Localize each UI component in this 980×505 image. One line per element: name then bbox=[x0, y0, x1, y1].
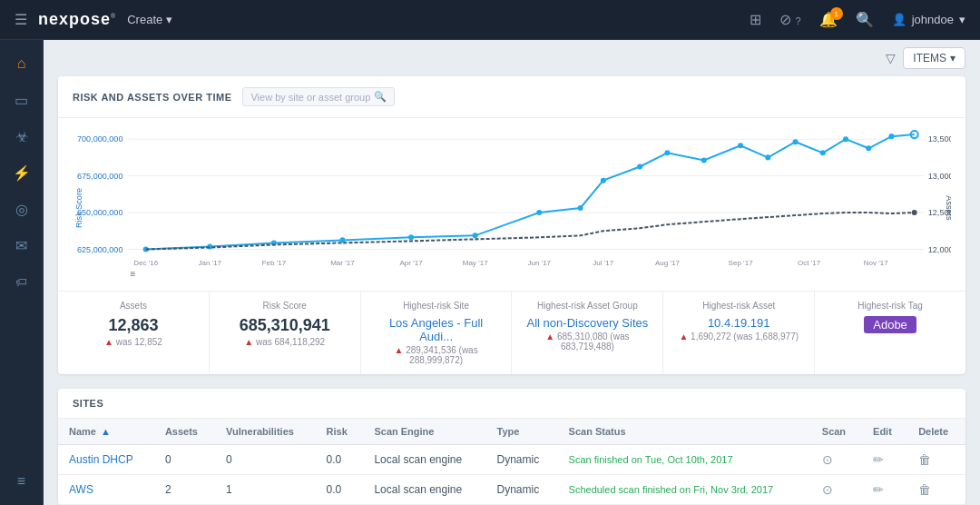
table-row: AWS 2 1 0.0 Local scan engine Dynamic Sc… bbox=[58, 475, 965, 505]
hamburger-icon[interactable]: ☰ bbox=[15, 11, 27, 28]
sites-card: SITES Name ▲ Assets Vulnerabilities Risk… bbox=[58, 389, 965, 505]
scan-icon[interactable]: ⊙ bbox=[822, 482, 833, 497]
stats-row: Assets 12,863 was 12,852 Risk Score 685,… bbox=[58, 291, 965, 374]
edit-icon[interactable]: ✏ bbox=[873, 452, 884, 467]
sidebar-item-reports[interactable]: ⚡ bbox=[4, 156, 40, 189]
chart-search-icon: 🔍 bbox=[374, 91, 387, 103]
site-assets-aws: 2 bbox=[154, 475, 215, 505]
edit-icon[interactable]: ✏ bbox=[873, 482, 884, 497]
svg-text:Aug '17: Aug '17 bbox=[655, 259, 681, 267]
notifications-icon[interactable]: 🔔 1 bbox=[819, 11, 838, 28]
site-edit-austin[interactable]: ✏ bbox=[862, 445, 907, 475]
svg-text:Oct '17: Oct '17 bbox=[798, 259, 821, 267]
chart-search[interactable]: View by site or asset group 🔍 bbox=[242, 87, 395, 106]
site-risk-austin: 0.0 bbox=[316, 445, 364, 475]
risk-stat: Risk Score 685,310,941 was 684,118,292 bbox=[210, 292, 361, 374]
sidebar-item-assets[interactable]: ◎ bbox=[4, 193, 40, 225]
site-delete-aws[interactable]: 🗑 bbox=[907, 475, 965, 505]
table-row: Austin DHCP 0 0 0.0 Local scan engine Dy… bbox=[58, 445, 965, 475]
svg-point-30 bbox=[408, 234, 414, 240]
svg-text:625,000,000: 625,000,000 bbox=[77, 245, 122, 254]
username-label: johndoe bbox=[912, 13, 954, 26]
svg-point-33 bbox=[578, 205, 583, 211]
filter-icon[interactable]: ▽ bbox=[886, 51, 896, 65]
sidebar-item-tags[interactable]: 🏷 bbox=[4, 265, 40, 298]
sites-section-title: SITES bbox=[58, 389, 965, 419]
assets-stat: Assets 12,863 was 12,852 bbox=[58, 292, 210, 374]
search-icon[interactable]: 🔍 bbox=[856, 11, 874, 28]
svg-text:Assets: Assets bbox=[945, 195, 951, 221]
site-type-aws: Dynamic bbox=[486, 475, 558, 505]
highest-group-stat: Highest-risk Asset Group All non-Discove… bbox=[512, 292, 663, 374]
col-scan-status[interactable]: Scan Status bbox=[558, 419, 811, 445]
create-arrow-icon: ▾ bbox=[166, 13, 172, 26]
notification-badge: 1 bbox=[830, 7, 843, 20]
filter-bar: ▽ ITEMS ▾ bbox=[44, 40, 980, 76]
site-engine-austin: Local scan engine bbox=[363, 445, 485, 475]
risk-header: Risk Score bbox=[224, 301, 346, 311]
sidebar-item-home[interactable]: ⌂ bbox=[4, 47, 40, 80]
svg-point-34 bbox=[601, 178, 606, 183]
chart-search-text: View by site or asset group bbox=[250, 92, 370, 103]
risk-sub: was 684,118,292 bbox=[224, 337, 346, 347]
col-assets[interactable]: Assets bbox=[154, 419, 215, 445]
create-label: Create bbox=[127, 13, 162, 26]
site-scan-action-austin[interactable]: ⊙ bbox=[811, 445, 862, 475]
svg-text:13,500: 13,500 bbox=[928, 134, 951, 144]
chart-title: RISK AND ASSETS OVER TIME bbox=[73, 92, 231, 103]
col-name[interactable]: Name ▲ bbox=[58, 419, 154, 445]
svg-point-39 bbox=[765, 154, 770, 160]
grid-icon[interactable]: ⊞ bbox=[750, 11, 761, 28]
site-risk-aws: 0.0 bbox=[316, 475, 364, 505]
highest-tag-badge[interactable]: Adobe bbox=[864, 316, 916, 333]
svg-point-41 bbox=[820, 150, 826, 155]
svg-text:May '17: May '17 bbox=[463, 259, 488, 267]
site-delete-austin[interactable]: 🗑 bbox=[907, 445, 965, 475]
svg-point-42 bbox=[843, 136, 848, 142]
col-type[interactable]: Type bbox=[486, 419, 558, 445]
user-avatar-icon: 👤 bbox=[892, 13, 906, 26]
items-button[interactable]: ITEMS ▾ bbox=[903, 47, 965, 69]
assets-value: 12,863 bbox=[73, 316, 194, 335]
risk-chart-card: RISK AND ASSETS OVER TIME View by site o… bbox=[58, 76, 965, 374]
svg-text:675,000,000: 675,000,000 bbox=[77, 172, 122, 181]
svg-text:Sep '17: Sep '17 bbox=[729, 259, 754, 267]
items-arrow-icon: ▾ bbox=[950, 52, 956, 64]
site-scan-action-aws[interactable]: ⊙ bbox=[811, 475, 862, 505]
col-scan-action: Scan bbox=[811, 419, 862, 445]
site-status-aws: Scheduled scan finished on Fri, Nov 3rd,… bbox=[558, 475, 811, 505]
site-name-austin[interactable]: Austin DHCP bbox=[58, 445, 154, 475]
help-icon[interactable]: ⊘ ? bbox=[779, 11, 801, 28]
col-delete: Delete bbox=[907, 419, 965, 445]
svg-text:Dec '16: Dec '16 bbox=[133, 259, 159, 267]
svg-text:650,000,000: 650,000,000 bbox=[77, 208, 122, 217]
scan-icon[interactable]: ⊙ bbox=[822, 452, 833, 467]
highest-site-value[interactable]: Los Angeles - Full Audi... bbox=[376, 316, 497, 343]
delete-icon[interactable]: 🗑 bbox=[918, 482, 931, 497]
group-sub: 685,310,080 (was 683,719,488) bbox=[526, 332, 648, 352]
svg-point-32 bbox=[536, 210, 542, 215]
col-vulnerabilities[interactable]: Vulnerabilities bbox=[215, 419, 316, 445]
create-menu[interactable]: Create ▾ bbox=[127, 13, 172, 26]
delete-icon[interactable]: 🗑 bbox=[918, 452, 931, 467]
svg-text:Feb '17: Feb '17 bbox=[262, 259, 287, 267]
site-engine-aws: Local scan engine bbox=[363, 475, 485, 505]
chart-svg: 700,000,000 675,000,000 650,000,000 625,… bbox=[73, 125, 951, 291]
chart-area: 700,000,000 675,000,000 650,000,000 625,… bbox=[58, 118, 965, 291]
site-edit-aws[interactable]: ✏ bbox=[862, 475, 907, 505]
svg-text:Jun '17: Jun '17 bbox=[527, 259, 551, 267]
site-sub: 289,341,536 (was 288,999,872) bbox=[376, 345, 497, 365]
col-scan-engine[interactable]: Scan Engine bbox=[363, 419, 485, 445]
col-risk[interactable]: Risk bbox=[316, 419, 364, 445]
highest-asset-value[interactable]: 10.4.19.191 bbox=[678, 316, 799, 330]
sidebar-item-vulnerabilities[interactable]: ☣ bbox=[4, 120, 40, 153]
sidebar-item-menu[interactable]: ≡ bbox=[4, 465, 40, 498]
user-menu-arrow-icon: ▾ bbox=[959, 13, 965, 26]
site-name-aws[interactable]: AWS bbox=[58, 475, 154, 505]
svg-point-31 bbox=[473, 233, 478, 238]
highest-group-value[interactable]: All non-Discovery Sites bbox=[526, 316, 648, 330]
user-menu[interactable]: 👤 johndoe ▾ bbox=[892, 13, 965, 26]
sidebar-item-policies[interactable]: ✉ bbox=[4, 229, 40, 262]
sidebar-item-monitor[interactable]: ▭ bbox=[4, 84, 40, 116]
svg-point-36 bbox=[664, 150, 670, 155]
